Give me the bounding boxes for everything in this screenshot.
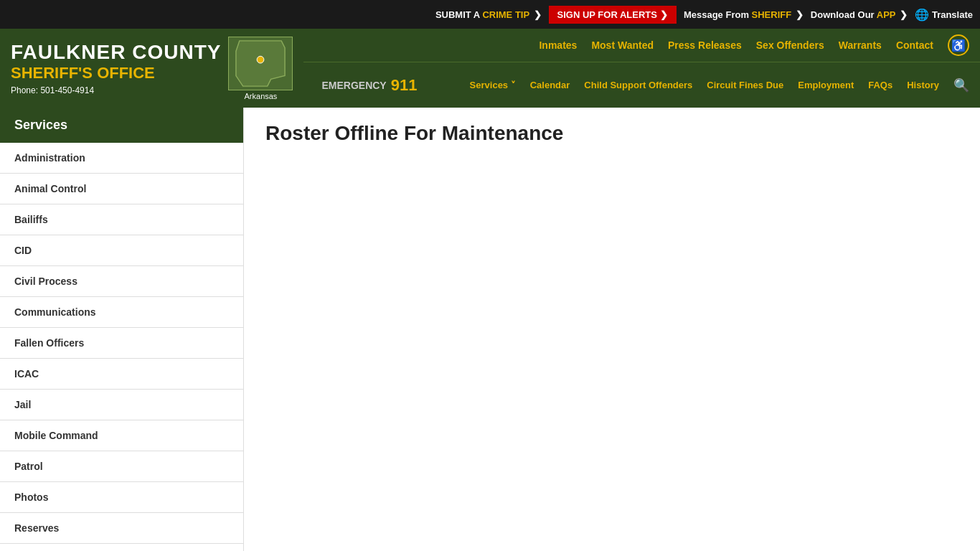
sidebar-item-communications[interactable]: Communications — [0, 297, 243, 328]
main-header: FAULKNER COUNTY SHERIFF'S OFFICE Phone: … — [0, 29, 980, 108]
sidebar-item-bailiffs[interactable]: Bailiffs — [0, 204, 243, 235]
sidebar: Services Administration Animal Control B… — [0, 108, 244, 551]
crime-tip-text[interactable]: SUBMIT A CRIME TIP ❯ — [435, 9, 542, 20]
emergency-info: EMERGENCY 911 — [321, 76, 417, 95]
state-label: Arkansas — [245, 92, 278, 100]
sidebar-item-fallen-officers[interactable]: Fallen Officers — [0, 328, 243, 359]
county-name: FAULKNER COUNTY — [11, 41, 221, 64]
svg-point-2 — [258, 56, 265, 63]
sidebar-item-mobile-command[interactable]: Mobile Command — [0, 420, 243, 451]
sidebar-item-photos[interactable]: Photos — [0, 482, 243, 513]
sidebar-item-cid[interactable]: CID — [0, 235, 243, 266]
nav-sex-offenders[interactable]: Sex Offenders — [756, 39, 824, 51]
logo-text: FAULKNER COUNTY SHERIFF'S OFFICE Phone: … — [11, 41, 221, 95]
nav-employment[interactable]: Employment — [798, 80, 854, 90]
sidebar-item-animal-control[interactable]: Animal Control — [0, 174, 243, 204]
sidebar-item-jail[interactable]: Jail — [0, 390, 243, 420]
search-icon[interactable]: 🔍 — [953, 77, 969, 93]
translate-button[interactable]: 🌐 Translate — [915, 8, 973, 22]
phone-number: Phone: 501-450-4914 — [11, 85, 221, 95]
alert-button[interactable]: SIGN UP FOR ALERTS ❯ — [549, 6, 677, 24]
map-container: Arkansas — [228, 37, 293, 100]
page-title: Roster Offline For Maintenance — [265, 122, 958, 145]
sidebar-header: Services — [0, 108, 243, 143]
office-name: SHERIFF'S OFFICE — [11, 64, 221, 83]
app-download[interactable]: Download Our APP ❯ — [811, 9, 908, 20]
sheriff-message[interactable]: Message From SHERIFF ❯ — [684, 9, 804, 20]
nav-right: Inmates Most Wanted Press Releases Sex O… — [303, 29, 980, 108]
accessibility-icon[interactable]: ♿ — [948, 34, 969, 56]
nav-inmates[interactable]: Inmates — [539, 39, 577, 51]
top-bar: SUBMIT A CRIME TIP ❯ SIGN UP FOR ALERTS … — [0, 0, 980, 29]
nav-history[interactable]: History — [907, 80, 939, 90]
nav-press-releases[interactable]: Press Releases — [668, 39, 742, 51]
nav-services[interactable]: Services ˅ — [470, 80, 516, 90]
sidebar-item-school-resource-officer[interactable]: School Resource Officer — [0, 544, 243, 551]
nav-top: Inmates Most Wanted Press Releases Sex O… — [303, 29, 980, 62]
content-wrapper: Services Administration Animal Control B… — [0, 108, 980, 551]
nav-child-support[interactable]: Child Support Offenders — [584, 80, 692, 90]
arkansas-map — [228, 37, 293, 90]
nav-contact[interactable]: Contact — [896, 39, 933, 51]
sidebar-item-icac[interactable]: ICAC — [0, 359, 243, 390]
nav-faqs[interactable]: FAQs — [868, 80, 892, 90]
nav-calendar[interactable]: Calendar — [530, 80, 570, 90]
sidebar-item-patrol[interactable]: Patrol — [0, 451, 243, 482]
nav-circuit-fines[interactable]: Circuit Fines Due — [707, 80, 783, 90]
nav-warrants[interactable]: Warrants — [839, 39, 882, 51]
nav-bottom: EMERGENCY 911 Services ˅ Calendar Child … — [303, 62, 980, 108]
logo-section: FAULKNER COUNTY SHERIFF'S OFFICE Phone: … — [0, 29, 303, 108]
sidebar-item-administration[interactable]: Administration — [0, 143, 243, 174]
nav-most-wanted[interactable]: Most Wanted — [591, 39, 654, 51]
main-content: Roster Offline For Maintenance — [244, 108, 980, 551]
sidebar-item-reserves[interactable]: Reserves — [0, 513, 243, 544]
sidebar-item-civil-process[interactable]: Civil Process — [0, 266, 243, 297]
